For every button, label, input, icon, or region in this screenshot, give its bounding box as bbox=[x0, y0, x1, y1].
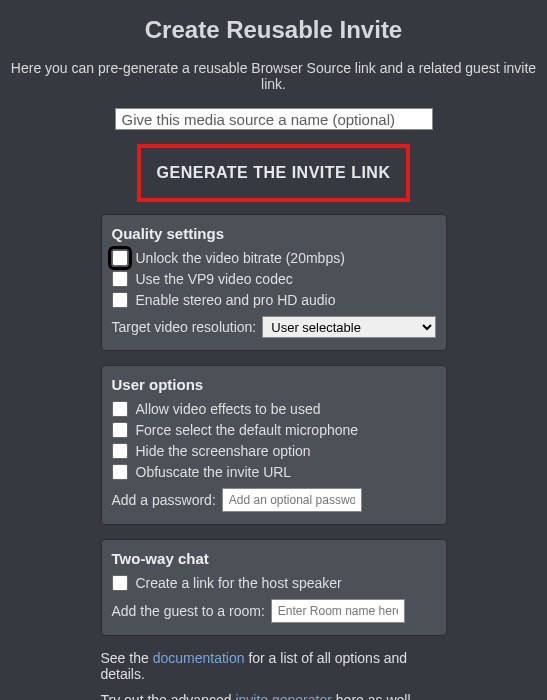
hidess-label: Hide the screenshare option bbox=[136, 443, 311, 459]
generate-wrap: GENERATE THE INVITE LINK bbox=[0, 144, 547, 214]
footer-line-2: Try out the advanced invite generator he… bbox=[101, 692, 447, 700]
generate-highlight: GENERATE THE INVITE LINK bbox=[137, 144, 411, 202]
generate-invite-button[interactable]: GENERATE THE INVITE LINK bbox=[153, 158, 395, 188]
room-label: Add the guest to a room: bbox=[112, 603, 265, 619]
opt-stereo-row: Enable stereo and pro HD audio bbox=[112, 292, 436, 308]
name-input-row bbox=[0, 108, 547, 144]
two-way-chat-panel: Two-way chat Create a link for the host … bbox=[101, 539, 447, 636]
forcemic-checkbox[interactable] bbox=[112, 422, 128, 438]
obfuscate-label: Obfuscate the invite URL bbox=[136, 464, 292, 480]
opt-forcemic-row: Force select the default microphone bbox=[112, 422, 436, 438]
footer-line-1-a: See the bbox=[101, 650, 153, 666]
page-title: Create Reusable Invite bbox=[0, 0, 547, 52]
invite-generator-link[interactable]: invite generator bbox=[235, 692, 332, 700]
user-options-panel: User options Allow video effects to be u… bbox=[101, 365, 447, 525]
opt-hidess-row: Hide the screenshare option bbox=[112, 443, 436, 459]
opt-obfuscate-row: Obfuscate the invite URL bbox=[112, 464, 436, 480]
effects-checkbox[interactable] bbox=[112, 401, 128, 417]
vp9-checkbox[interactable] bbox=[112, 271, 128, 287]
footer-line-1: See the documentation for a list of all … bbox=[101, 650, 447, 682]
unlock-bitrate-checkbox[interactable] bbox=[112, 250, 128, 266]
footer-line-2-b: here as well. bbox=[332, 692, 414, 700]
opt-vp9-row: Use the VP9 video codec bbox=[112, 271, 436, 287]
user-options-title: User options bbox=[112, 376, 436, 393]
room-row: Add the guest to a room: bbox=[112, 599, 436, 623]
resolution-select[interactable]: User selectable bbox=[262, 316, 435, 338]
hidess-checkbox[interactable] bbox=[112, 443, 128, 459]
page-description: Here you can pre-generate a reusable Bro… bbox=[0, 52, 547, 108]
footer: See the documentation for a list of all … bbox=[101, 650, 447, 700]
resolution-row: Target video resolution: User selectable bbox=[112, 316, 436, 338]
room-input[interactable] bbox=[271, 599, 405, 623]
forcemic-label: Force select the default microphone bbox=[136, 422, 359, 438]
obfuscate-checkbox[interactable] bbox=[112, 464, 128, 480]
hostlink-label: Create a link for the host speaker bbox=[136, 575, 342, 591]
unlock-bitrate-label: Unlock the video bitrate (20mbps) bbox=[136, 250, 345, 266]
quality-settings-panel: Quality settings Unlock the video bitrat… bbox=[101, 214, 447, 351]
resolution-label: Target video resolution: bbox=[112, 319, 257, 335]
stereo-checkbox[interactable] bbox=[112, 292, 128, 308]
opt-hostlink-row: Create a link for the host speaker bbox=[112, 575, 436, 591]
opt-unlock-bitrate-row: Unlock the video bitrate (20mbps) bbox=[112, 250, 436, 266]
hostlink-checkbox[interactable] bbox=[112, 575, 128, 591]
opt-effects-row: Allow video effects to be used bbox=[112, 401, 436, 417]
password-row: Add a password: bbox=[112, 488, 436, 512]
stereo-label: Enable stereo and pro HD audio bbox=[136, 292, 336, 308]
password-input[interactable] bbox=[222, 488, 362, 512]
footer-line-2-a: Try out the advanced bbox=[101, 692, 236, 700]
source-name-input[interactable] bbox=[115, 108, 433, 130]
password-label: Add a password: bbox=[112, 492, 216, 508]
quality-settings-title: Quality settings bbox=[112, 225, 436, 242]
documentation-link[interactable]: documentation bbox=[153, 650, 245, 666]
effects-label: Allow video effects to be used bbox=[136, 401, 321, 417]
vp9-label: Use the VP9 video codec bbox=[136, 271, 293, 287]
two-way-chat-title: Two-way chat bbox=[112, 550, 436, 567]
